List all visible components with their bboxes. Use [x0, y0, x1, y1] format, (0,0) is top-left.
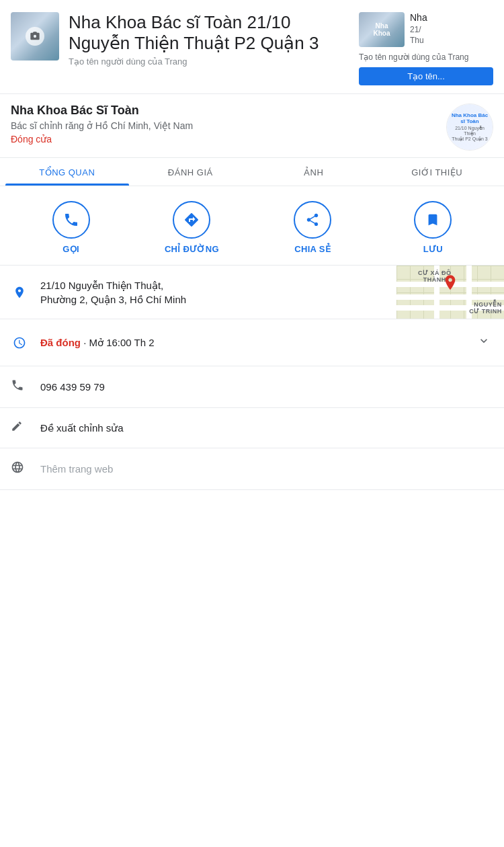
right-card: Nha Khoa Nha 21/ Thu Tạo tên người dùng … — [359, 12, 493, 85]
map-label-bottom: NGUYỄNCƯ TRINH — [446, 301, 502, 315]
action-chia-se[interactable]: CHIA SẺ — [286, 201, 339, 254]
tab-gioi-thieu[interactable]: GIỚI THIỆU — [376, 158, 499, 186]
hours-expand-icon[interactable] — [474, 331, 493, 354]
address-text: 21/10 Nguyễn Thiện Thuật, Phường 2, Quận… — [40, 278, 186, 307]
business-info: Nha Khoa Bác Sĩ Toàn Bác sĩ chỉnh răng ở… — [11, 104, 438, 145]
share-action-icon — [294, 201, 331, 239]
web-row[interactable]: Thêm trang web — [0, 448, 504, 490]
business-category: Bác sĩ chỉnh răng ở Hồ Chí Minh, Việt Na… — [11, 120, 438, 131]
tabs-section: TỔNG QUAN ĐÁNH GIÁ ẢNH GIỚI THIỆU — [0, 158, 504, 186]
map-thumbnail[interactable]: CƯ XÁ ĐÔTHÀNH NGUYỄNCƯ TRINH — [396, 266, 504, 319]
actions-section: GỌI CHỈ ĐƯỜNG CHIA SẺ LƯU — [0, 186, 504, 266]
business-logo-inner: Nha Khoa Bác sĩ Toàn 21/10 Nguyễn Thiện … — [447, 104, 493, 150]
tab-danh-gia[interactable]: ĐÁNH GIÁ — [129, 158, 253, 186]
action-luu[interactable]: LƯU — [406, 201, 460, 254]
edit-icon — [11, 420, 28, 436]
clock-icon — [11, 336, 28, 350]
right-card-btn[interactable]: Tạo tên... — [359, 67, 493, 85]
action-chi-duong[interactable]: CHỈ ĐƯỜNG — [165, 201, 219, 254]
top-section: Nha Khoa Bác sĩ Toàn 21/10 Nguyễn Thiện … — [0, 0, 504, 94]
create-username-label[interactable]: Tạo tên người dùng của Trang — [69, 56, 351, 67]
right-card-create: Tạo tên người dùng của Trang — [359, 52, 468, 62]
location-icon — [11, 286, 28, 299]
edit-row[interactable]: Đề xuất chỉnh sửa — [0, 408, 504, 448]
business-status-closed: Đóng cửa — [11, 134, 438, 145]
hours-status-closed: Đã đóng — [40, 337, 81, 348]
hours-row[interactable]: Đã đóng · Mở 16:00 Th 2 — [0, 319, 504, 366]
place-info: Nha Khoa Bác sĩ Toàn 21/10 Nguyễn Thiện … — [69, 12, 351, 67]
action-chia-se-label: CHIA SẺ — [294, 244, 331, 254]
action-goi[interactable]: GỌI — [44, 201, 98, 254]
place-header-left: Nha Khoa Bác sĩ Toàn 21/10 Nguyễn Thiện … — [11, 12, 351, 67]
right-card-thumbnail[interactable]: Nha Khoa — [359, 12, 405, 47]
place-thumbnail[interactable] — [11, 12, 59, 61]
phone-row[interactable]: 096 439 59 79 — [0, 366, 504, 408]
hours-open-info: · Mở 16:00 Th 2 — [81, 337, 155, 348]
action-luu-label: LƯU — [423, 244, 443, 254]
map-bg: CƯ XÁ ĐÔTHÀNH NGUYỄNCƯ TRINH — [396, 266, 504, 319]
phone-action-icon — [52, 201, 90, 239]
business-section: Nha Khoa Bác Sĩ Toàn Bác sĩ chỉnh răng ở… — [0, 94, 504, 158]
hours-text: Đã đóng · Mở 16:00 Th 2 — [40, 337, 474, 349]
business-name: Nha Khoa Bác Sĩ Toàn — [11, 104, 438, 118]
camera-icon — [26, 27, 44, 46]
address-row-left[interactable]: 21/10 Nguyễn Thiện Thuật, Phường 2, Quận… — [0, 266, 396, 319]
action-goi-label: GỌI — [62, 244, 79, 254]
edit-label: Đề xuất chỉnh sửa — [40, 422, 124, 434]
right-card-title: Nha — [410, 12, 427, 24]
tab-anh[interactable]: ẢNH — [252, 158, 376, 186]
right-card-sub1: 21/ — [410, 25, 427, 34]
web-label: Thêm trang web — [40, 463, 113, 475]
phone-icon — [11, 378, 28, 395]
phone-number: 096 439 59 79 — [40, 381, 105, 393]
place-name-large: Nha Khoa Bác sĩ Toàn 21/10 Nguyễn Thiện … — [69, 12, 351, 54]
directions-action-icon — [173, 201, 210, 239]
save-action-icon — [414, 201, 452, 239]
business-logo[interactable]: Nha Khoa Bác sĩ Toàn 21/10 Nguyễn Thiện … — [446, 104, 493, 151]
address-row: 21/10 Nguyễn Thiện Thuật, Phường 2, Quận… — [0, 266, 504, 319]
right-card-text-block: Nha 21/ Thu — [410, 12, 427, 45]
right-card-sub2: Thu — [410, 36, 427, 45]
web-icon — [11, 460, 28, 477]
map-pin — [443, 275, 458, 298]
tab-tong-quan[interactable]: TỔNG QUAN — [5, 158, 129, 186]
action-chi-duong-label: CHỈ ĐƯỜNG — [165, 244, 219, 254]
